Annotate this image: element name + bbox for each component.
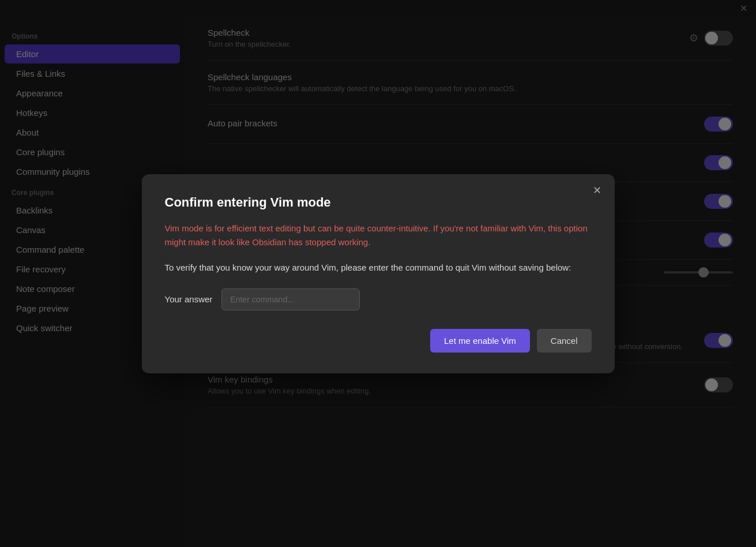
modal-title: Confirm entering Vim mode bbox=[165, 195, 592, 210]
command-input[interactable] bbox=[221, 289, 360, 310]
vim-mode-modal: ✕ Confirm entering Vim mode Vim mode is … bbox=[142, 174, 615, 373]
modal-input-row: Your answer bbox=[165, 289, 592, 310]
modal-body-text: To verify that you know your way around … bbox=[165, 261, 592, 275]
modal-close-button[interactable]: ✕ bbox=[590, 183, 604, 197]
modal-warning-text: Vim mode is for efficient text editing b… bbox=[165, 222, 592, 249]
enable-vim-button[interactable]: Let me enable Vim bbox=[430, 329, 530, 353]
modal-buttons: Let me enable Vim Cancel bbox=[165, 329, 592, 353]
modal-overlay: ✕ Confirm entering Vim mode Vim mode is … bbox=[0, 0, 756, 547]
modal-input-label: Your answer bbox=[165, 294, 213, 304]
cancel-button[interactable]: Cancel bbox=[537, 329, 592, 353]
